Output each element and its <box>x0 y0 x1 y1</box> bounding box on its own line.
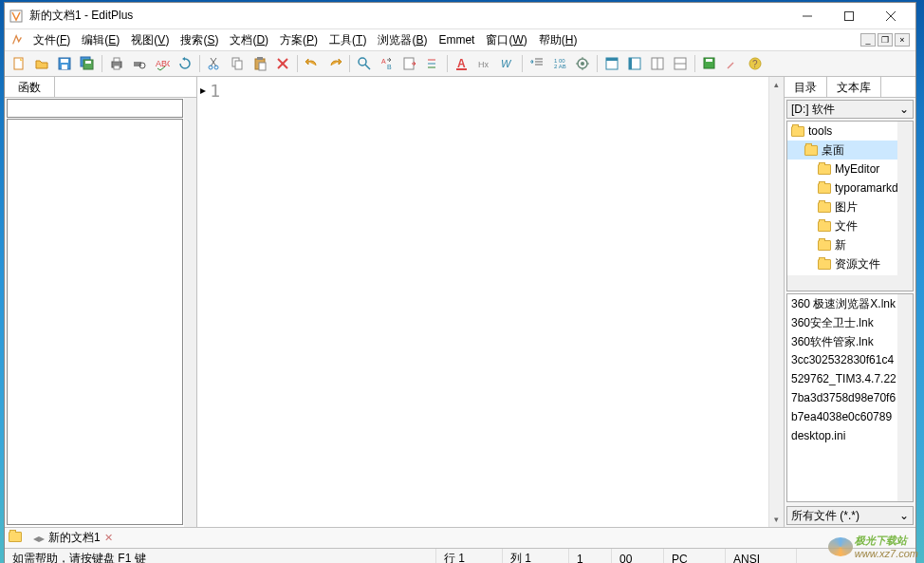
mdi-restore-button[interactable]: ❐ <box>878 33 893 47</box>
tree-vertical-scrollbar[interactable] <box>897 122 913 275</box>
file-item[interactable]: 3cc302532830f61c4 <box>787 351 913 370</box>
drive-selector[interactable]: [D:] 软件 ⌄ <box>786 100 914 119</box>
drive-label: [D:] 软件 <box>791 102 835 118</box>
svg-point-47 <box>581 62 584 66</box>
menu-project[interactable]: 方案(P) <box>274 30 323 50</box>
undo-icon[interactable] <box>302 53 323 74</box>
file-item[interactable]: desktop.ini <box>787 427 913 446</box>
browser1-icon[interactable] <box>601 53 622 74</box>
tree-item[interactable]: 桌面 <box>787 141 913 160</box>
print-preview-icon[interactable] <box>129 53 150 74</box>
maximize-button[interactable] <box>828 3 870 29</box>
file-item[interactable]: 529762_TIM3.4.7.22 <box>787 370 913 389</box>
column-icon[interactable]: 1 002 AB <box>549 53 570 74</box>
indent-icon[interactable] <box>527 53 547 74</box>
left-panel: 函数 <box>5 77 197 527</box>
editor-content[interactable]: ▸ 1 ▴ ▾ <box>197 77 784 527</box>
menu-file[interactable]: 文件(F) <box>28 30 76 50</box>
redo-icon[interactable] <box>324 53 345 74</box>
browser4-icon[interactable] <box>670 53 691 74</box>
browser3-icon[interactable] <box>647 53 668 74</box>
chevron-down-icon: ⌄ <box>899 103 909 116</box>
goto-icon[interactable] <box>399 53 420 74</box>
file-item[interactable]: 7ba3d3758d98e70f6 <box>787 389 913 408</box>
file-item[interactable]: 360安全卫士.lnk <box>787 313 913 332</box>
delete-icon[interactable] <box>272 53 293 74</box>
functions-tab[interactable]: 函数 <box>5 77 55 97</box>
settings-icon[interactable] <box>572 53 593 74</box>
tree-horizontal-scrollbar[interactable] <box>787 275 897 291</box>
menu-tools[interactable]: 工具(T) <box>323 30 372 50</box>
mdi-minimize-button[interactable]: _ <box>860 33 876 47</box>
tree-item[interactable]: 文件 <box>787 216 913 235</box>
menu-search[interactable]: 搜索(S) <box>175 30 224 50</box>
svg-rect-61 <box>706 59 712 62</box>
scroll-down-icon[interactable]: ▾ <box>769 512 784 527</box>
save-project-icon[interactable] <box>699 53 720 74</box>
tree-item[interactable]: 图片 <box>787 197 913 216</box>
menu-emmet[interactable]: Emmet <box>433 31 480 48</box>
svg-text:2 AB: 2 AB <box>554 64 566 69</box>
find-icon[interactable] <box>354 53 375 74</box>
close-button[interactable] <box>870 3 912 29</box>
tree-item[interactable]: 资源文件 <box>787 254 913 273</box>
svg-text:?: ? <box>752 59 758 69</box>
refresh-icon[interactable] <box>175 53 195 74</box>
file-item[interactable]: 360软件管家.lnk <box>787 332 913 351</box>
save-icon[interactable] <box>54 53 75 74</box>
svg-rect-14 <box>114 66 120 69</box>
menu-browser[interactable]: 浏览器(B) <box>372 30 433 50</box>
cliptext-tab[interactable]: 文本库 <box>827 77 881 97</box>
function-list[interactable] <box>7 119 183 525</box>
replace-icon[interactable]: AB <box>377 53 397 74</box>
bookmark-icon[interactable] <box>422 53 443 74</box>
tool-icon[interactable] <box>722 53 743 74</box>
help-icon[interactable]: ? <box>745 53 766 74</box>
tab-close-icon[interactable]: ✕ <box>104 532 113 544</box>
tree-item[interactable]: typoramarkd <box>787 178 913 197</box>
hex-icon[interactable]: Hx <box>474 53 495 74</box>
save-all-icon[interactable] <box>77 53 98 74</box>
menu-help[interactable]: 帮助(H) <box>533 30 583 50</box>
document-tab-label: 新的文档1 <box>48 530 101 546</box>
paste-icon[interactable] <box>249 53 270 74</box>
mdi-close-button[interactable]: × <box>895 33 910 47</box>
menu-edit[interactable]: 编辑(E) <box>76 30 125 50</box>
spellcheck-icon[interactable]: ABC <box>152 53 173 74</box>
file-list[interactable]: 360 极速浏览器X.lnk360安全卫士.lnk360软件管家.lnk3cc3… <box>786 293 914 502</box>
svg-rect-25 <box>257 57 263 60</box>
tree-item[interactable]: MyEditor <box>787 160 913 178</box>
scroll-up-icon[interactable]: ▴ <box>769 77 784 92</box>
document-tabs: ◂▸ 新的文档1 ✕ <box>5 527 915 548</box>
editor-textarea[interactable] <box>224 77 768 527</box>
left-scrollbar[interactable] <box>184 98 196 527</box>
editor-vertical-scrollbar[interactable]: ▴ ▾ <box>768 77 784 527</box>
minimize-button[interactable] <box>786 3 828 29</box>
file-item[interactable]: 360 极速浏览器X.lnk <box>787 294 913 313</box>
folder-icon <box>818 259 831 270</box>
folder-tree[interactable]: tools桌面MyEditortyporamarkd图片文件新资源文件 <box>786 121 914 291</box>
document-tab[interactable]: ◂▸ 新的文档1 ✕ <box>26 528 120 548</box>
file-filter-selector[interactable]: 所有文件 (*.*) ⌄ <box>786 506 914 525</box>
new-file-icon[interactable] <box>9 53 29 74</box>
font-color-icon[interactable]: A <box>452 53 472 74</box>
svg-rect-8 <box>62 65 67 69</box>
status-count: 00 <box>612 549 664 563</box>
tree-item[interactable]: tools <box>787 122 913 141</box>
svg-line-30 <box>365 65 370 69</box>
directory-tab[interactable]: 目录 <box>785 77 827 97</box>
filelist-scrollbar[interactable] <box>897 294 913 501</box>
tree-item[interactable]: 新 <box>787 235 913 254</box>
tree-item-label: 文件 <box>835 218 858 235</box>
copy-icon[interactable] <box>227 53 248 74</box>
browser2-icon[interactable] <box>624 53 645 74</box>
print-icon[interactable] <box>106 53 127 74</box>
menu-view[interactable]: 视图(V) <box>125 30 175 50</box>
menu-window[interactable]: 窗口(W) <box>480 30 532 50</box>
cut-icon[interactable] <box>204 53 225 74</box>
open-file-icon[interactable] <box>31 53 52 74</box>
file-item[interactable]: b7ea4038e0c60789 <box>787 408 913 427</box>
menu-document[interactable]: 文档(D) <box>224 30 274 50</box>
word-wrap-icon[interactable]: W <box>497 53 518 74</box>
function-filter-input[interactable] <box>7 99 183 118</box>
